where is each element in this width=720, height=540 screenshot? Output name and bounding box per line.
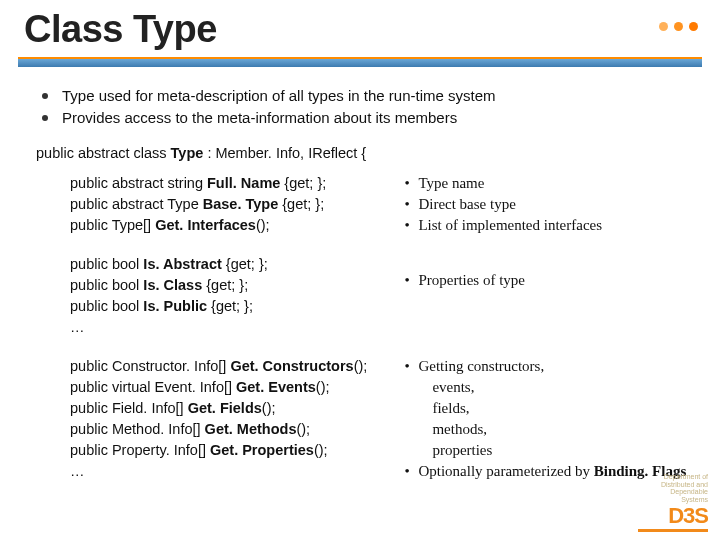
anno-item: List of implemented interfaces xyxy=(404,215,702,236)
body-grid: public abstract string Full. Name {get; … xyxy=(40,173,690,500)
footer-dept: Distributed and xyxy=(638,481,708,489)
annotation-2: Properties of type xyxy=(404,254,702,356)
code-line: public bool Is. Class {get; }; xyxy=(70,275,392,296)
accent-dots xyxy=(659,22,698,31)
code-line: … xyxy=(70,461,392,482)
code-line: public Type[] Get. Interfaces(); xyxy=(70,215,392,236)
brand-text: D3S xyxy=(638,504,708,528)
anno-sub: properties xyxy=(404,440,702,461)
code-block-3: public Constructor. Info[] Get. Construc… xyxy=(70,356,392,482)
code-line: public abstract Type Base. Type {get; }; xyxy=(70,194,392,215)
brand-underline xyxy=(638,529,708,532)
class-decl-name: Type xyxy=(171,145,204,161)
code-line: public bool Is. Public {get; }; xyxy=(70,296,392,317)
anno-sub: methods, xyxy=(404,419,702,440)
intro-bullets: Type used for meta-description of all ty… xyxy=(40,85,690,129)
footer-dept: Dependable xyxy=(638,488,708,496)
code-line: public bool Is. Abstract {get; }; xyxy=(70,254,392,275)
code-line: public Property. Info[] Get. Properties(… xyxy=(70,440,392,461)
code-block-2: public bool Is. Abstract {get; }; public… xyxy=(70,254,392,338)
code-line: public abstract string Full. Name {get; … xyxy=(70,173,392,194)
annotation-1: Type name Direct base type List of imple… xyxy=(404,173,702,254)
class-decl-prefix: public abstract class xyxy=(36,145,171,161)
footer-logo: Department of Distributed and Dependable… xyxy=(638,473,708,532)
title-underline xyxy=(18,57,702,67)
intro-item: Type used for meta-description of all ty… xyxy=(40,85,690,107)
class-declaration: public abstract class Type : Member. Inf… xyxy=(36,145,690,161)
anno-sub: fields, xyxy=(404,398,702,419)
code-line: … xyxy=(70,317,392,338)
class-decl-suffix: : Member. Info, IReflect { xyxy=(203,145,366,161)
anno-sub: events, xyxy=(404,377,702,398)
anno-item: Getting constructors, xyxy=(404,356,702,377)
code-line: public Method. Info[] Get. Methods(); xyxy=(70,419,392,440)
slide-content: Type used for meta-description of all ty… xyxy=(0,71,720,500)
intro-item: Provides access to the meta-information … xyxy=(40,107,690,129)
code-line: public virtual Event. Info[] Get. Events… xyxy=(70,377,392,398)
footer-dept: Department of xyxy=(638,473,708,481)
anno-item: Type name xyxy=(404,173,702,194)
anno-item: Direct base type xyxy=(404,194,702,215)
anno-item: Properties of type xyxy=(404,270,702,291)
code-line: public Field. Info[] Get. Fields(); xyxy=(70,398,392,419)
slide-title: Class Type xyxy=(0,0,720,57)
code-block-1: public abstract string Full. Name {get; … xyxy=(70,173,392,236)
code-line: public Constructor. Info[] Get. Construc… xyxy=(70,356,392,377)
